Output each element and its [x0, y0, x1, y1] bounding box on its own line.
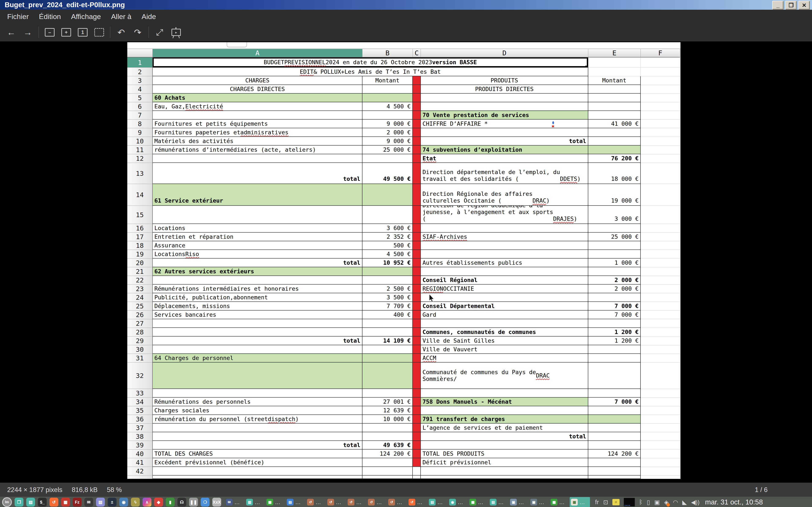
filmstrip-icon[interactable]: ❚❚ — [189, 498, 198, 507]
menu-item-3[interactable]: Aller à — [106, 10, 136, 23]
cell-B43 — [362, 475, 413, 479]
weather-icon[interactable]: ❍ — [201, 498, 210, 507]
window-firefox-1-icon: ↺ — [307, 499, 314, 506]
row-header-36: 36 — [127, 415, 153, 424]
rotate-left-button[interactable]: ↶ — [113, 25, 130, 39]
row-header-17: 17 — [127, 233, 153, 241]
minimize-button[interactable]: _ — [772, 1, 784, 10]
color-picker-icon[interactable]: ∧ — [143, 498, 151, 507]
screenshot-icon[interactable]: ◉ — [119, 498, 128, 507]
row-header-23: 23 — [127, 285, 153, 293]
file-manager-icon[interactable]: ▤ — [26, 498, 35, 507]
cell-D27 — [421, 319, 588, 328]
cell-B11: 25 000 € — [362, 146, 413, 154]
molecule-icon[interactable]: XxX — [212, 498, 221, 507]
cell-B5 — [362, 94, 413, 102]
best-fit-button[interactable] — [91, 25, 107, 39]
row-header-16: 16 — [127, 224, 153, 233]
window-firefox-2[interactable]: ↺… — [326, 497, 346, 507]
battery-icon[interactable]: ▯ — [647, 499, 650, 506]
terminal-icon[interactable]: $_ — [38, 498, 47, 507]
window-firefox-active[interactable]: ↺… — [407, 497, 427, 507]
cell-C27 — [413, 319, 421, 328]
column-header-C: C — [413, 49, 421, 57]
menu-item-2[interactable]: Affichage — [66, 10, 106, 23]
row-header-1: 1 — [127, 57, 153, 68]
zoom-out-button[interactable] — [42, 25, 58, 39]
window-photo-1[interactable]: ▣… — [509, 497, 529, 507]
cell-A27 — [153, 319, 362, 328]
window-firefox-3-label: … — [356, 501, 362, 503]
window-files-3[interactable]: ▤… — [489, 497, 509, 507]
window-photo-1-label: … — [518, 501, 524, 503]
zoom-in-button-glyph — [61, 28, 71, 37]
audio-app-icon[interactable]: ☊ — [177, 498, 186, 507]
security-shield-icon[interactable]: ◈ — [664, 499, 669, 506]
next-image-button[interactable]: → — [19, 25, 36, 39]
mail-icon[interactable]: ✉ — [84, 498, 93, 507]
menu-item-1[interactable]: Édition — [34, 10, 66, 23]
restore-button[interactable]: ❐ — [785, 1, 797, 10]
calculator-icon[interactable]: ± — [108, 498, 116, 507]
best-fit-button-glyph — [94, 28, 104, 37]
cell-C30 — [413, 345, 421, 354]
zoom-original-button[interactable] — [74, 25, 91, 39]
qr-tool-icon[interactable]: ▦ — [61, 498, 70, 507]
window-document[interactable]: ▤… — [286, 497, 306, 507]
cell-D8: CHIFFRE D’AFFAIRE * — [421, 120, 588, 128]
window-firefox-1[interactable]: ↺… — [306, 497, 326, 507]
window-list: ✉…▥…▦…▤…↺…↺…↺…↺…↺…↺…▤…◉…▦…▤…▣…▣…▦…▦… — [224, 497, 590, 507]
media-player-icon[interactable]: ◆ — [154, 498, 163, 507]
cell-D14: Direction Régionale des affairesculturel… — [421, 184, 588, 206]
volume-icon[interactable]: ◀)) — [691, 499, 700, 506]
row-header-22: 22 — [127, 276, 153, 285]
rotate-right-button[interactable]: ↷ — [130, 25, 146, 39]
zoom-in-button[interactable] — [58, 25, 74, 39]
window-spreadsheet-2[interactable]: ▦… — [468, 497, 489, 507]
clock[interactable]: mar. 31 oct., 10:58 — [705, 498, 763, 506]
cell-F13 — [641, 163, 680, 184]
screenshot-tool-icon[interactable]: ⊡ — [603, 499, 608, 506]
cell-C12 — [413, 154, 421, 163]
system-monitor-widget[interactable] — [624, 498, 635, 506]
window-files-2[interactable]: ▤… — [427, 497, 448, 507]
tower-app-icon[interactable]: ▮ — [166, 498, 175, 507]
cell-C5 — [413, 94, 421, 102]
window-files-2-label: … — [437, 501, 443, 503]
window-image-viewer[interactable]: ▦… — [570, 497, 590, 507]
bluetooth-icon[interactable]: ᛒ — [639, 499, 643, 506]
window-firefox-5[interactable]: ↺… — [387, 497, 407, 507]
wifi-icon[interactable]: ◠ — [673, 499, 678, 506]
window-mail[interactable]: ✉… — [224, 497, 245, 507]
mint-menu-icon[interactable]: lm — [2, 497, 12, 507]
filezilla-icon[interactable]: Fz — [73, 498, 82, 507]
cell-E39 — [588, 441, 641, 450]
cell-D11: 74 subventions d’exploitation — [421, 146, 588, 154]
close-button[interactable]: ✕ — [799, 1, 810, 10]
window-firefox-3[interactable]: ↺… — [346, 497, 367, 507]
window-camera[interactable]: ◉… — [448, 497, 468, 507]
menu-item-0[interactable]: Fichier — [2, 10, 34, 23]
merged-cell-r1: BUDGET PREVISIONNEL 2024 en date du 26 O… — [153, 57, 588, 68]
window-files-1[interactable]: ▥… — [245, 497, 265, 507]
window-spreadsheet-1[interactable]: ▦… — [265, 497, 286, 507]
show-desktop-icon[interactable]: ❐ — [14, 498, 23, 507]
cell-E19 — [588, 250, 641, 259]
window-photo-2[interactable]: ▣… — [529, 497, 549, 507]
notes-icon[interactable]: ≡ — [612, 499, 620, 505]
row-header-15: 15 — [127, 206, 153, 224]
keyboard-layout-indicator[interactable]: fr — [595, 499, 599, 506]
slideshow-button[interactable]: ▸ — [168, 25, 185, 39]
previous-image-button[interactable]: ← — [3, 25, 19, 39]
fullscreen-button[interactable]: ⤢ — [151, 25, 168, 39]
window-files-2-icon: ▤ — [429, 499, 436, 506]
cell-E11 — [588, 146, 641, 154]
updater-icon[interactable]: ◣ — [682, 499, 687, 506]
document-viewer-icon[interactable]: ▤ — [96, 498, 105, 507]
firefox-icon[interactable]: ↺ — [49, 498, 58, 507]
window-spreadsheet-3[interactable]: ▦… — [549, 497, 570, 507]
menu-item-4[interactable]: Aide — [137, 10, 161, 23]
window-firefox-4[interactable]: ↺… — [367, 497, 387, 507]
clipboard-icon[interactable]: ▣ — [654, 499, 660, 506]
power-manager-icon[interactable]: ϟ — [131, 498, 140, 507]
